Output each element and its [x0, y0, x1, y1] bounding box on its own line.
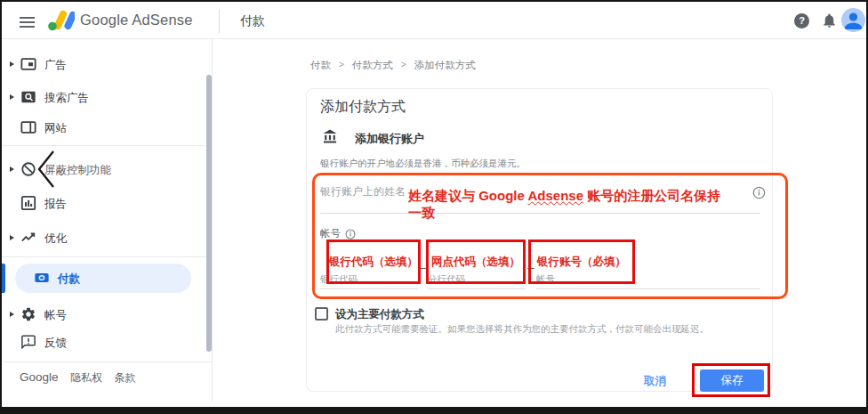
search-ads-icon	[20, 89, 36, 105]
sidebar-footer: Google 隐私权 条款	[20, 370, 144, 386]
breadcrumb-add-payment-method: 添加付款方式	[414, 59, 476, 72]
annotation-chevron-icon	[36, 150, 57, 189]
info-icon[interactable]	[345, 229, 356, 239]
expand-arrow-icon[interactable]	[10, 235, 14, 240]
sidebar-item-feedback[interactable]: 反馈	[2, 329, 213, 355]
primary-method-description: 此付款方式可能需要验证。如果您选择将其作为您的主要付款方式，付款可能会出现延迟。	[335, 323, 709, 336]
sidebar-item-reports[interactable]: 报告	[2, 190, 213, 216]
sites-icon	[20, 119, 36, 135]
sidebar-item-ads[interactable]: 广告	[2, 51, 213, 77]
breadcrumb: 付款 > 付款方式 > 添加付款方式	[310, 59, 476, 72]
breadcrumb-payment-methods[interactable]: 付款方式	[352, 59, 393, 72]
optimization-icon	[20, 230, 36, 246]
account-holder-name-label: 银行账户上的姓名	[320, 184, 406, 199]
reports-icon	[20, 195, 36, 211]
sidebar-item-blocking-controls[interactable]: 屏蔽控制功能	[2, 156, 213, 183]
primary-method-checkbox[interactable]	[315, 307, 328, 321]
menu-icon[interactable]	[20, 14, 35, 30]
brand-name: Google AdSense	[80, 12, 193, 28]
bank-requirement-note: 银行账户的开户地必须是香港，币种必须是港元。	[320, 158, 526, 170]
breadcrumb-payments[interactable]: 付款	[310, 59, 331, 72]
sidebar-item-label: 网站	[44, 121, 67, 136]
expand-arrow-icon[interactable]	[10, 166, 14, 172]
sidebar-item-label: 广告	[44, 58, 67, 73]
sidebar-item-label: 付款	[58, 272, 80, 287]
form-title: 添加付款方式	[320, 98, 406, 117]
expand-arrow-icon[interactable]	[10, 61, 14, 67]
breadcrumb-separator: >	[401, 59, 406, 72]
sidebar-item-search-ads[interactable]: 搜索广告	[2, 84, 213, 110]
save-button[interactable]: 保存	[700, 369, 764, 392]
page-title: 付款	[240, 13, 265, 29]
topbar-divider	[219, 9, 220, 33]
cancel-button[interactable]: 取消	[644, 374, 666, 389]
account-number-label: 帐号	[320, 227, 356, 240]
sidebar-item-account[interactable]: 帐号	[2, 301, 213, 328]
annotation-account-number-box: 银行账号（必填）	[528, 239, 635, 284]
block-icon	[20, 161, 36, 177]
sidebar-item-label: 报告	[44, 197, 67, 212]
sidebar-item-label: 帐号	[44, 308, 67, 323]
sidebar-item-optimization[interactable]: 优化	[2, 224, 213, 251]
avatar-person-icon	[841, 8, 865, 32]
annotation-name-tip: 姓名建议与 Google Adsense 账号的注册公司名保持一致	[408, 187, 730, 221]
expand-arrow-icon[interactable]	[10, 94, 14, 100]
active-item-bar	[2, 264, 5, 293]
annotation-tip-misspelled-word: Adsense	[527, 188, 583, 203]
sidebar-item-payments[interactable]: 付款	[15, 264, 191, 293]
info-icon[interactable]	[752, 186, 766, 199]
help-icon[interactable]: ?	[794, 13, 809, 28]
ads-icon	[20, 56, 36, 72]
expand-arrow-icon[interactable]	[10, 312, 14, 317]
breadcrumb-separator: >	[339, 59, 344, 72]
notifications-bell-icon[interactable]	[821, 12, 838, 29]
annotation-bank-code-box: 银行代码（选填）	[326, 239, 421, 284]
sidebar-scrollbar[interactable]	[206, 75, 212, 352]
privacy-link[interactable]: 隐私权	[70, 371, 102, 384]
sidebar-item-label: 搜索广告	[44, 91, 89, 106]
sidebar-divider	[2, 256, 213, 257]
feedback-icon	[20, 334, 36, 350]
adsense-window: Google AdSense 付款 ? 广告 搜索广告	[0, 0, 868, 414]
bank-section-title: 添加银行账户	[355, 131, 424, 147]
adsense-logo-icon	[46, 9, 75, 32]
bank-icon	[321, 127, 339, 145]
sidebar-item-sites[interactable]: 网站	[2, 114, 213, 141]
sidebar-divider	[2, 361, 213, 362]
avatar[interactable]	[841, 8, 865, 32]
add-payment-method-card: 添加付款方式 添加银行账户 银行账户的开户地必须是香港，币种必须是港元。 银行账…	[306, 88, 773, 392]
annotation-branch-code-box: 网点代码（选填）	[426, 239, 526, 284]
primary-method-label: 设为主要付款方式	[335, 307, 424, 322]
gear-icon	[20, 306, 36, 322]
google-wordmark: Google	[20, 370, 59, 384]
terms-link[interactable]: 条款	[114, 371, 135, 384]
sidebar-item-label: 反馈	[44, 336, 67, 351]
account-number-label-text: 帐号	[320, 227, 341, 240]
sidebar-divider	[2, 145, 213, 146]
sidebar-item-label: 优化	[44, 231, 67, 247]
annotation-tip-text: 姓名建议与 Google	[408, 188, 527, 203]
payments-icon	[34, 270, 50, 286]
